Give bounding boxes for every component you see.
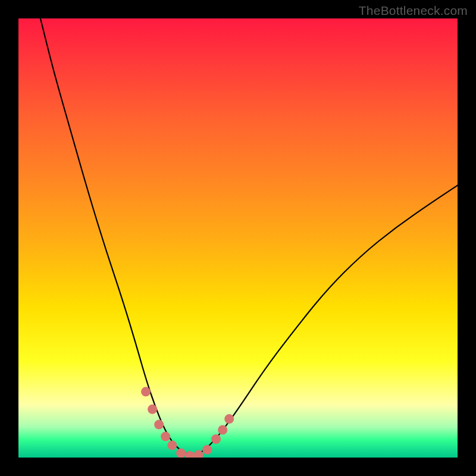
highlight-dots-group xyxy=(141,387,234,458)
chart-svg xyxy=(18,18,458,458)
highlight-dot xyxy=(161,432,170,441)
highlight-dot xyxy=(211,434,221,444)
highlight-dot xyxy=(185,451,195,458)
watermark-text: TheBottleneck.com xyxy=(359,4,468,18)
highlight-dot xyxy=(154,420,164,430)
highlight-dot xyxy=(176,449,186,458)
highlight-dot xyxy=(148,405,157,414)
plot-area xyxy=(18,18,458,458)
highlight-dot xyxy=(218,425,227,435)
highlight-dot xyxy=(141,387,151,396)
highlight-dot xyxy=(167,440,177,450)
highlight-dot xyxy=(202,445,212,455)
bottleneck-curve-path xyxy=(40,18,458,455)
highlight-dot xyxy=(224,414,234,424)
